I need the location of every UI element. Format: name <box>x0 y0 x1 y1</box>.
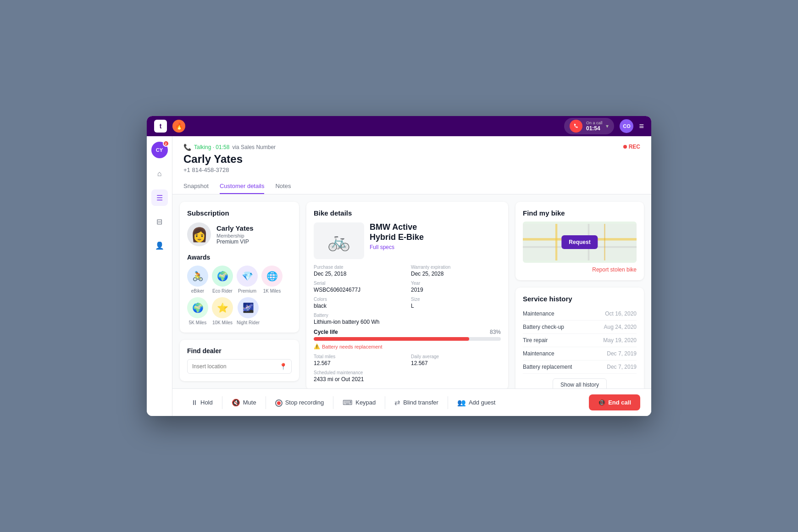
awards-section: Awards 🚴 eBiker 🌍 Eco Rider 💎 Premium 🌐 … <box>187 254 292 325</box>
award-item: ⭐ 10K Miles <box>212 297 233 325</box>
warranty-item: Warranty expiration Dec 25, 2028 <box>411 265 501 277</box>
service-date: Dec 7, 2019 <box>607 350 637 357</box>
location-pin-icon: 📍 <box>279 363 287 370</box>
find-dealer-title: Find dealer <box>187 347 292 355</box>
award-badge: 🌍 <box>212 266 233 287</box>
service-name: Battery check-up <box>523 324 564 330</box>
tab-notes[interactable]: Notes <box>275 179 291 194</box>
location-input[interactable] <box>187 359 292 374</box>
service-date: Oct 16, 2020 <box>605 310 637 317</box>
sidebar-home-icon[interactable]: ⌂ <box>151 166 168 182</box>
bike-details-title: Bike details <box>314 209 501 217</box>
tab-snapshot[interactable]: Snapshot <box>183 179 209 194</box>
request-button[interactable]: Request <box>561 235 598 249</box>
end-call-phone-icon: 📵 <box>598 399 605 406</box>
award-item: 🌐 1K Miles <box>261 266 283 294</box>
service-name: Battery replacement <box>523 364 572 370</box>
add-guest-action[interactable]: 👥 Add guest <box>450 399 503 407</box>
award-label: 10K Miles <box>212 320 233 325</box>
sidebar: CY 2 ⌂ ☰ ⊟ 👤 <box>147 136 172 416</box>
service-history-item: Maintenance Dec 7, 2019 <box>523 347 637 360</box>
bottom-toolbar: ⏸ Hold 🔇 Mute Stop recording <box>172 388 651 416</box>
full-specs-link[interactable]: Full specs <box>370 244 424 250</box>
subscription-title: Subscription <box>187 209 292 217</box>
service-history-card: Service history Maintenance Oct 16, 2020… <box>515 288 644 388</box>
tab-customer-details[interactable]: Customer details <box>220 179 265 194</box>
fire-icon: 🔥 <box>172 120 185 133</box>
subscriber-info: Carly Yates Membership Premium VIP <box>187 222 292 246</box>
mileage-grid: Total miles 12.567 Daily average 12.567 … <box>314 354 501 382</box>
colors-item: Colors black <box>314 297 404 309</box>
notification-badge: 2 <box>163 140 169 147</box>
award-badge: ⭐ <box>212 297 233 318</box>
find-bike-title: Find my bike <box>523 209 637 217</box>
bike-image: 🚲 <box>314 222 364 259</box>
service-history-item: Tire repair May 19, 2020 <box>523 334 637 347</box>
bike-map: Request <box>523 222 637 263</box>
service-name: Maintenance <box>523 350 554 357</box>
blind-transfer-action[interactable]: ⇄ Blind transfer <box>387 399 446 407</box>
sidebar-list-icon[interactable]: ☰ <box>151 189 168 206</box>
service-date: Dec 7, 2019 <box>607 364 637 370</box>
cycle-life-row: Cycle life 83% <box>314 329 501 335</box>
subscriber-avatar <box>187 222 211 246</box>
menu-icon[interactable]: ≡ <box>639 122 644 131</box>
award-badge: 🚴 <box>187 266 208 287</box>
award-label: Eco Rider <box>212 288 233 294</box>
service-history-item: Maintenance Oct 16, 2020 <box>523 307 637 321</box>
mute-icon: 🔇 <box>232 399 240 407</box>
warning-icon: ⚠️ <box>314 344 320 349</box>
year-item: Year 2019 <box>411 281 501 293</box>
service-history-item: Battery check-up Aug 24, 2020 <box>523 321 637 334</box>
award-badge: 🌌 <box>238 297 259 318</box>
awards-title: Awards <box>187 254 292 261</box>
svg-rect-3 <box>555 224 557 260</box>
report-stolen-link[interactable]: Report stolen bike <box>523 266 637 273</box>
stop-recording-icon <box>275 399 283 407</box>
award-item: 🌍 Eco Rider <box>212 266 233 294</box>
bike-details-card: Bike details 🚲 BMW ActiveHybrid E-Bike F… <box>306 202 508 388</box>
subscription-card: Subscription Carly Yates Membership Prem… <box>180 202 299 332</box>
sidebar-filter-icon[interactable]: ⊟ <box>151 213 168 230</box>
award-item: 🚴 eBiker <box>187 266 208 294</box>
caller-header: 📞 Talking · 01:58 via Sales Number Carly… <box>172 136 651 194</box>
tabs: Snapshot Customer details Notes <box>183 179 640 194</box>
app-logo: t <box>154 120 167 133</box>
call-status-text: On a call 01:54 <box>586 121 603 132</box>
svg-rect-5 <box>604 224 605 260</box>
award-badge: 🌍 <box>187 297 208 318</box>
keypad-action[interactable]: ⌨ Keypad <box>335 399 383 407</box>
cycle-life-progress-fill <box>314 337 469 341</box>
battery-item: Battery Lithium-ion battery 600 Wh <box>314 313 501 325</box>
award-item: 🌌 Night Rider <box>237 297 260 325</box>
location-input-wrapper: 📍 <box>187 359 292 374</box>
talking-badge: 📞 Talking · 01:58 via Sales Number <box>183 144 276 151</box>
award-item: 🌍 5K Miles <box>187 297 208 325</box>
stop-recording-action[interactable]: Stop recording <box>268 399 332 407</box>
find-dealer-card: Find dealer 📍 <box>180 340 299 381</box>
hold-action[interactable]: ⏸ Hold <box>183 399 220 406</box>
user-avatar[interactable]: CO <box>620 119 633 133</box>
main-content: 📞 Talking · 01:58 via Sales Number Carly… <box>172 136 651 416</box>
award-label: Premium <box>238 288 256 294</box>
hold-icon: ⏸ <box>191 399 198 406</box>
mute-action[interactable]: 🔇 Mute <box>224 399 264 407</box>
show-all-history-button[interactable]: Show all history <box>553 378 607 388</box>
award-label: 5K Miles <box>189 320 206 325</box>
purchase-date-item: Purchase date Dec 25, 2018 <box>314 265 404 277</box>
add-guest-icon: 👥 <box>457 399 466 407</box>
bike-details-grid: Purchase date Dec 25, 2018 Warranty expi… <box>314 265 501 325</box>
end-call-button[interactable]: 📵 End call <box>589 394 640 410</box>
sidebar-person-icon[interactable]: 👤 <box>151 237 168 254</box>
sidebar-user-avatar[interactable]: CY 2 <box>151 142 168 158</box>
caller-phone: +1 814-458-3728 <box>183 166 276 173</box>
award-item: 💎 Premium <box>237 266 258 294</box>
caller-name: Carly Yates <box>183 153 276 166</box>
call-status-badge: On a call 01:54 ▾ <box>564 118 615 134</box>
daily-avg-item: Daily average 12.567 <box>411 354 501 366</box>
award-badge: 🌐 <box>261 266 283 287</box>
award-label: Night Rider <box>237 320 260 325</box>
service-items-list: Maintenance Oct 16, 2020 Battery check-u… <box>523 307 637 374</box>
cycle-life-progress-bg <box>314 337 501 341</box>
transfer-icon: ⇄ <box>394 399 400 407</box>
